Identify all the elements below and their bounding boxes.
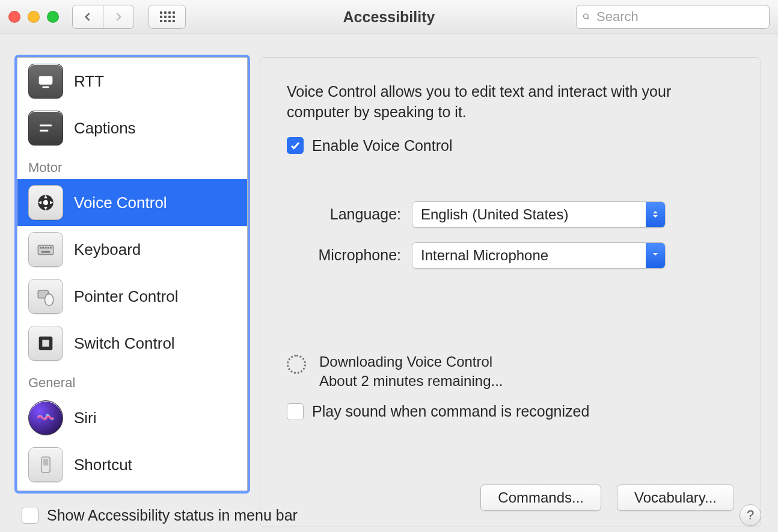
show-status-checkbox[interactable] [22,507,38,524]
nav-buttons [72,5,134,29]
pointer-control-icon [28,279,63,314]
enable-voice-control-label: Enable Voice Control [312,137,452,154]
svg-rect-22 [42,340,49,346]
check-icon [290,140,301,151]
svg-rect-16 [47,247,49,249]
captions-icon [28,111,63,145]
sidebar-header-general: General [17,367,247,394]
voice-control-description: Voice Control allows you to edit text an… [287,82,734,123]
microphone-label: Microphone: [287,246,401,264]
svg-rect-24 [43,459,49,465]
grid-icon [160,11,175,22]
zoom-window-button[interactable] [47,11,59,23]
close-window-button[interactable] [8,11,20,23]
siri-icon [28,400,63,435]
svg-line-1 [587,18,589,20]
chevron-left-icon [82,11,94,23]
sidebar-item-label: Keyboard [74,240,141,259]
back-button[interactable] [72,5,103,29]
sidebar-item-label: RTT [74,72,104,91]
sidebar-item-voice-control[interactable]: Voice Control [17,179,247,226]
sidebar-item-captions[interactable]: Captions [17,105,247,151]
footer: Show Accessibility status in menu bar ? [22,504,761,526]
minimize-window-button[interactable] [28,11,40,23]
sidebar-item-pointer-control[interactable]: Pointer Control [17,273,247,320]
sidebar-item-label: Switch Control [74,334,175,353]
svg-rect-14 [42,247,44,249]
show-all-button[interactable] [149,5,186,29]
microphone-select[interactable]: Internal Microphone [412,242,666,269]
sidebar-item-label: Captions [74,119,136,138]
download-remaining: About 2 minutes remaining... [319,371,503,391]
search-icon [583,11,590,23]
sidebar-item-keyboard[interactable]: Keyboard [17,226,247,273]
enable-voice-control-checkbox[interactable] [287,137,304,154]
play-sound-label: Play sound when command is recognized [312,403,589,420]
sidebar-item-label: Siri [74,409,97,427]
language-select[interactable]: English (United States) [412,201,666,228]
window-controls [8,11,59,23]
shortcut-icon [28,447,63,482]
show-status-label: Show Accessibility status in menu bar [47,507,298,524]
download-title: Downloading Voice Control [319,352,503,371]
chevron-down-icon [646,243,665,268]
voice-control-panel: Voice Control allows you to edit text an… [260,57,761,527]
play-sound-row[interactable]: Play sound when command is recognized [287,403,589,420]
stepper-icon [646,202,665,227]
sidebar-item-label: Shortcut [74,456,132,474]
voice-control-icon [28,185,63,220]
enable-voice-control-row[interactable]: Enable Voice Control [287,137,734,154]
help-button[interactable]: ? [740,504,761,526]
keyboard-icon [28,232,63,267]
svg-rect-2 [39,76,53,85]
svg-rect-15 [45,247,47,249]
sidebar-header-motor: Motor [17,151,247,179]
sidebar-item-label: Pointer Control [74,287,178,306]
svg-rect-17 [50,247,52,249]
svg-rect-12 [38,245,54,255]
window-title: Accessibility [343,8,435,26]
window-toolbar: Accessibility [0,0,778,34]
download-status: Downloading Voice Control About 2 minute… [287,352,734,391]
sidebar-item-siri[interactable]: Siri [17,394,247,441]
forward-button[interactable] [103,5,134,29]
sidebar-item-label: Voice Control [74,194,167,212]
language-value: English (United States) [412,206,646,223]
microphone-value: Internal Microphone [412,247,646,264]
svg-rect-3 [42,87,49,88]
language-label: Language: [287,206,401,223]
svg-point-20 [45,294,54,306]
svg-point-0 [584,14,589,19]
sidebar-item-shortcut[interactable]: Shortcut [17,441,247,488]
play-sound-checkbox[interactable] [287,403,304,420]
svg-point-7 [43,200,49,206]
accessibility-sidebar: RTT Captions Motor Voice Control Keyb [17,57,248,491]
spinner-icon [287,355,306,374]
chevron-right-icon [112,11,124,23]
switch-control-icon [28,326,63,361]
search-input[interactable] [595,8,763,25]
search-field[interactable] [576,5,770,29]
rtt-icon [28,64,63,99]
sidebar-item-rtt[interactable]: RTT [17,58,247,105]
svg-rect-18 [41,251,50,253]
sidebar-item-switch-control[interactable]: Switch Control [17,320,247,367]
svg-rect-13 [40,247,41,249]
